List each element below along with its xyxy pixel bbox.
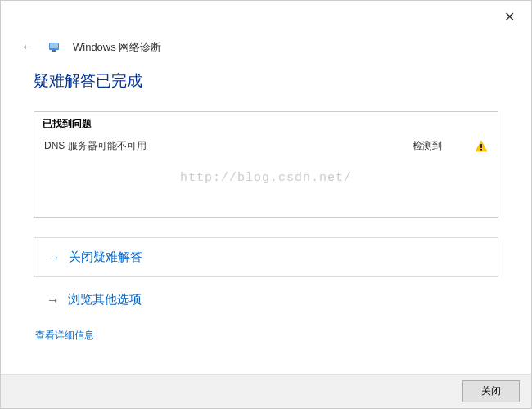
view-details-link[interactable]: 查看详细信息	[34, 326, 96, 346]
window-title: Windows 网络诊断	[73, 40, 161, 55]
app-icon	[48, 40, 63, 55]
watermark-text: http://blog.csdn.net/	[180, 171, 352, 185]
problem-row: DNS 服务器可能不可用 检测到	[34, 134, 498, 158]
back-arrow-icon[interactable]: ←	[17, 38, 38, 56]
arrow-right-icon: →	[47, 250, 61, 265]
window-close-icon[interactable]: ✕	[498, 7, 521, 26]
problem-status: 检测到	[413, 139, 442, 153]
svg-rect-2	[52, 50, 56, 52]
page-heading: 疑难解答已完成	[34, 70, 498, 92]
svg-rect-1	[50, 43, 58, 48]
problem-description: DNS 服务器可能不可用	[44, 139, 413, 153]
footer: 关闭	[1, 374, 531, 408]
browse-other-label: 浏览其他选项	[68, 292, 142, 308]
problems-panel: 已找到问题 DNS 服务器可能不可用 检测到 http://blog.csdn.…	[34, 111, 498, 218]
close-button[interactable]: 关闭	[462, 380, 520, 402]
svg-rect-6	[480, 149, 482, 151]
close-troubleshooter-label: 关闭疑难解答	[69, 249, 142, 265]
close-troubleshooter-action[interactable]: → 关闭疑难解答	[34, 237, 498, 277]
problems-header: 已找到问题	[34, 112, 498, 134]
browse-other-action[interactable]: → 浏览其他选项	[34, 282, 498, 317]
header: ← Windows 网络诊断	[1, 34, 531, 70]
svg-rect-3	[51, 52, 57, 52]
warning-icon	[475, 140, 488, 153]
svg-rect-5	[480, 144, 482, 148]
arrow-right-icon: →	[47, 293, 60, 308]
